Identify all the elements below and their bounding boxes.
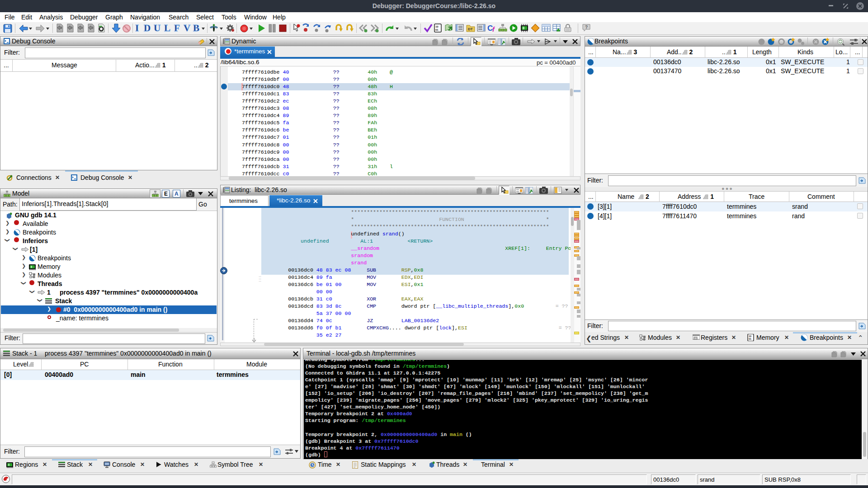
svg-text:V: V	[184, 23, 190, 33]
svg-text:?: ?	[585, 25, 588, 30]
svg-text:U: U	[154, 23, 160, 33]
svg-text:D: D	[144, 23, 151, 33]
svg-text:L: L	[164, 23, 170, 33]
svg-text:I: I	[135, 23, 139, 33]
svg-text:DT: DT	[468, 27, 473, 31]
svg-text:F: F	[174, 23, 180, 33]
svg-text:01: 01	[749, 338, 751, 340]
svg-text:10: 10	[435, 25, 439, 28]
svg-text:f: f	[492, 26, 495, 33]
svg-text:01: 01	[435, 28, 439, 31]
svg-text:B: B	[193, 23, 199, 33]
